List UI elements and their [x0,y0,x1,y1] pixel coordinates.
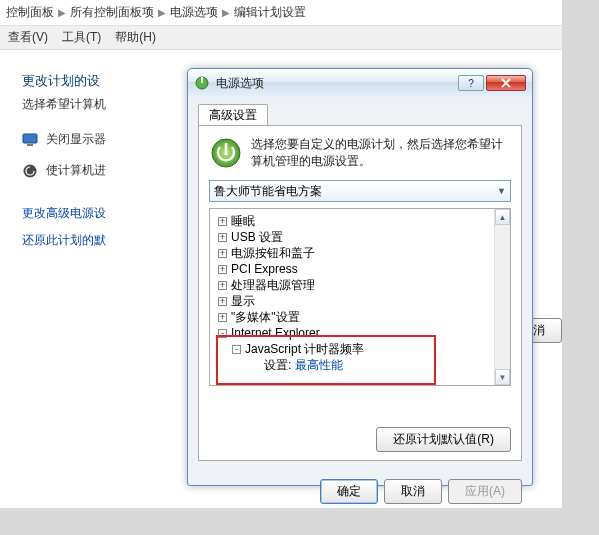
expand-icon[interactable]: + [218,297,227,306]
restore-defaults-button[interactable]: 还原计划默认值(R) [376,427,511,452]
sleep-icon [22,163,38,179]
tree-setting-row[interactable]: 设置: 最高性能 [212,357,508,373]
option-sleep: 使计算机进 [22,162,182,179]
dialog-footer: 确定 取消 应用(A) [188,471,532,512]
intro-text: 选择您要自定义的电源计划，然后选择您希望计算机管理的电源设置。 [251,136,511,170]
help-button[interactable]: ? [458,75,484,91]
tree-item-usb[interactable]: +USB 设置 [212,229,508,245]
breadcrumb-item[interactable]: 电源选项 [170,4,218,21]
breadcrumb-item[interactable]: 控制面板 [6,4,54,21]
tree-item-powerbtn[interactable]: +电源按钮和盖子 [212,245,508,261]
tree-item-jsfreq[interactable]: -JavaScript 计时器频率 [212,341,508,357]
expand-icon[interactable]: + [218,313,227,322]
power-plan-icon [209,136,243,170]
question-icon: ? [468,78,474,89]
tree-item-ie[interactable]: -Internet Explorer [212,325,508,341]
chevron-down-icon: ▼ [497,186,506,196]
tab-advanced[interactable]: 高级设置 [198,104,268,126]
svg-rect-0 [23,134,37,143]
tabstrip: 高级设置 [198,103,522,125]
tab-content: 选择您要自定义的电源计划，然后选择您希望计算机管理的电源设置。 鲁大师节能省电方… [198,125,522,461]
collapse-icon[interactable]: - [232,345,241,354]
chevron-right-icon: ▶ [58,7,66,18]
chevron-right-icon: ▶ [158,7,166,18]
setting-label: 设置: [264,358,291,372]
menu-tools[interactable]: 工具(T) [62,29,101,46]
titlebar[interactable]: 电源选项 ? [188,69,532,97]
scrollbar[interactable]: ▲ ▼ [494,209,510,385]
tree-item-hibernate[interactable]: +睡眠 [212,213,508,229]
chevron-right-icon: ▶ [222,7,230,18]
plan-dropdown[interactable]: 鲁大师节能省电方案 ▼ [209,180,511,202]
menu-help[interactable]: 帮助(H) [115,29,156,46]
expand-icon[interactable]: + [218,249,227,258]
power-options-dialog: 电源选项 ? 高级设置 选择您要自定义的电源计划，然后选择您希望计算机管理的电源… [187,68,533,486]
breadcrumb-item[interactable]: 所有控制面板项 [70,4,154,21]
svg-rect-4 [201,77,203,83]
expand-icon[interactable]: + [218,233,227,242]
setting-value[interactable]: 最高性能 [295,358,343,372]
expand-icon[interactable]: + [218,265,227,274]
tree-item-cpu[interactable]: +处理器电源管理 [212,277,508,293]
collapse-icon[interactable]: - [218,329,227,338]
close-icon [501,78,511,88]
close-button[interactable] [486,75,526,91]
apply-button[interactable]: 应用(A) [448,479,522,504]
scroll-track[interactable] [495,225,510,369]
tree-item-media[interactable]: +"多媒体"设置 [212,309,508,325]
option-display-off: 关闭显示器 [22,131,182,148]
monitor-icon [22,132,38,148]
page-subtitle: 选择希望计算机 [22,96,182,113]
scroll-down-icon[interactable]: ▼ [495,369,510,385]
cancel-button[interactable]: 取消 [384,479,442,504]
scroll-up-icon[interactable]: ▲ [495,209,510,225]
option-label: 使计算机进 [46,162,106,179]
link-restore-plan[interactable]: 还原此计划的默 [22,232,182,249]
expand-icon[interactable]: + [218,217,227,226]
page-title: 更改计划的设 [22,72,182,90]
power-icon [194,75,210,91]
breadcrumb[interactable]: 控制面板▶ 所有控制面板项▶ 电源选项▶ 编辑计划设置 [0,0,562,26]
menu-view[interactable]: 查看(V) [8,29,48,46]
settings-tree: +睡眠 +USB 设置 +电源按钮和盖子 +PCI Express +处理器电源… [209,208,511,386]
expand-icon[interactable]: + [218,281,227,290]
link-advanced[interactable]: 更改高级电源设 [22,205,182,222]
option-label: 关闭显示器 [46,131,106,148]
tree-item-pci[interactable]: +PCI Express [212,261,508,277]
dialog-title: 电源选项 [216,75,458,92]
ok-button[interactable]: 确定 [320,479,378,504]
dropdown-value: 鲁大师节能省电方案 [214,183,322,200]
menubar: 查看(V) 工具(T) 帮助(H) [0,26,562,50]
breadcrumb-item[interactable]: 编辑计划设置 [234,4,306,21]
tree-item-display[interactable]: +显示 [212,293,508,309]
svg-rect-1 [27,144,33,146]
